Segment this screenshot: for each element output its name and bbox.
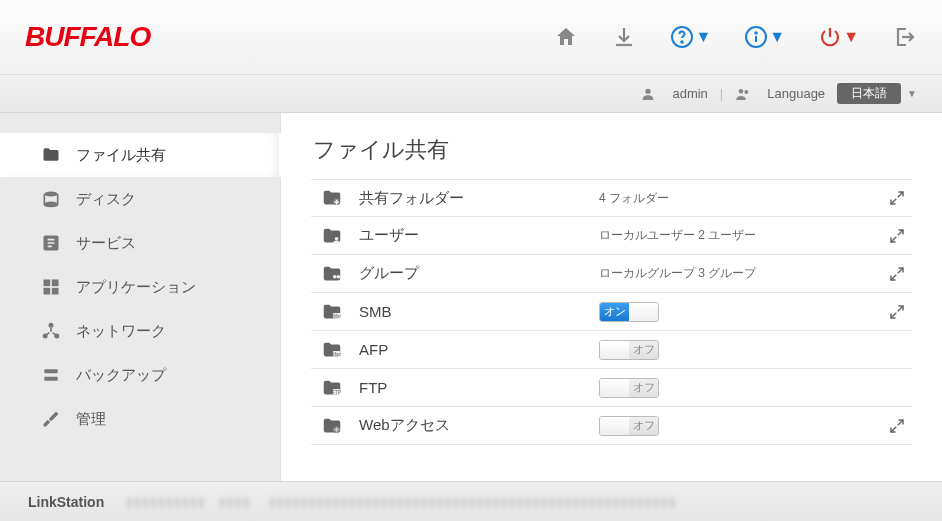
- sidebar-item-network[interactable]: ネットワーク: [0, 309, 280, 353]
- toggle-off-label: [629, 303, 658, 321]
- apps-icon: [40, 276, 62, 298]
- svg-point-8: [44, 202, 57, 207]
- username-label: admin: [672, 86, 707, 101]
- row-icon: Win: [315, 301, 349, 323]
- settings-row: MacAFPオフ: [311, 331, 912, 369]
- top-bar: BUFFALO ▼ ▼ ▼: [0, 0, 942, 75]
- svg-rect-18: [44, 377, 57, 381]
- row-icon: [315, 187, 349, 209]
- info-dropdown[interactable]: ▼: [743, 24, 785, 50]
- settings-row: Webアクセスオフ: [311, 407, 912, 445]
- expand-icon[interactable]: [882, 189, 912, 207]
- info-icon: [743, 24, 769, 50]
- logout-icon[interactable]: [891, 24, 917, 50]
- download-icon[interactable]: [611, 24, 637, 50]
- toggle-on-label: [600, 379, 629, 397]
- footer: LinkStation ▮▮▮▮▮▮▮▮▮▮ ▮▮▮▮ ▮▮▮▮▮▮▮▮▮▮▮▮…: [0, 481, 942, 521]
- toggle-switch[interactable]: オフ: [599, 340, 659, 360]
- home-icon[interactable]: [553, 24, 579, 50]
- body-area: ファイル共有 ディスク サービス アプリケーション ネットワーク: [0, 113, 942, 481]
- svg-point-4: [646, 88, 651, 93]
- svg-rect-12: [44, 288, 51, 295]
- row-status: ローカルグループ 3 グループ: [599, 265, 882, 282]
- row-icon: Mac: [315, 339, 349, 361]
- language-label: Language: [767, 86, 825, 101]
- row-icon: [315, 415, 349, 437]
- toggle-on-label: [600, 417, 629, 435]
- expand-icon[interactable]: [882, 417, 912, 435]
- settings-row: ユーザーローカルユーザー 2 ユーザー: [311, 217, 912, 255]
- row-label: AFP: [349, 341, 599, 358]
- svg-point-3: [756, 32, 758, 34]
- toggle-switch[interactable]: オフ: [599, 416, 659, 436]
- chevron-down-icon: ▼: [769, 28, 785, 46]
- svg-text:Mac: Mac: [332, 351, 341, 356]
- settings-row: WinSMBオン: [311, 293, 912, 331]
- row-label: ユーザー: [349, 226, 599, 245]
- power-dropdown[interactable]: ▼: [817, 24, 859, 50]
- brand-logo: BUFFALO: [25, 21, 150, 53]
- row-label: SMB: [349, 303, 599, 320]
- row-status: オフ: [599, 378, 882, 398]
- power-icon: [817, 24, 843, 50]
- svg-point-7: [44, 192, 57, 197]
- row-status: 4 フォルダー: [599, 190, 882, 207]
- sidebar-item-applications[interactable]: アプリケーション: [0, 265, 280, 309]
- row-label: 共有フォルダー: [349, 189, 599, 208]
- language-value: 日本語: [837, 83, 901, 104]
- expand-icon[interactable]: [882, 227, 912, 245]
- expand-icon[interactable]: [882, 303, 912, 321]
- disk-icon: [40, 188, 62, 210]
- sidebar-item-backup[interactable]: バックアップ: [0, 353, 280, 397]
- settings-row: グループローカルグループ 3 グループ: [311, 255, 912, 293]
- svg-point-5: [739, 89, 744, 94]
- footer-brand: LinkStation: [28, 494, 104, 510]
- svg-text:FTP: FTP: [332, 389, 341, 394]
- help-dropdown[interactable]: ▼: [669, 24, 711, 50]
- backup-icon: [40, 364, 62, 386]
- row-status: オフ: [599, 416, 882, 436]
- folder-icon: [40, 144, 62, 166]
- chevron-down-icon: ▼: [843, 28, 859, 46]
- svg-point-14: [49, 323, 54, 328]
- row-icon: [315, 225, 349, 247]
- sidebar-item-label: ネットワーク: [76, 322, 166, 341]
- toggle-off-label: オフ: [629, 341, 658, 359]
- footer-info-blurred: ▮▮▮▮▮▮▮▮▮▮ ▮▮▮▮ ▮▮▮▮▮▮▮▮▮▮▮▮▮▮▮▮▮▮▮▮▮▮▮▮…: [126, 495, 676, 509]
- svg-rect-11: [52, 280, 59, 287]
- svg-point-22: [337, 274, 341, 278]
- svg-text:Win: Win: [333, 313, 341, 318]
- row-status: オフ: [599, 340, 882, 360]
- settings-row: 共有フォルダー4 フォルダー: [311, 179, 912, 217]
- toggle-switch[interactable]: オフ: [599, 378, 659, 398]
- svg-point-6: [745, 90, 749, 94]
- row-status: ローカルユーザー 2 ユーザー: [599, 227, 882, 244]
- row-icon: [315, 263, 349, 285]
- expand-icon[interactable]: [882, 265, 912, 283]
- row-label: Webアクセス: [349, 416, 599, 435]
- chevron-down-icon: ▼: [695, 28, 711, 46]
- svg-rect-13: [52, 288, 59, 295]
- topbar-icon-group: ▼ ▼ ▼: [553, 24, 917, 50]
- page-title: ファイル共有: [311, 135, 912, 165]
- user-icon: [640, 86, 656, 102]
- svg-point-1: [682, 41, 684, 43]
- chevron-down-icon: ▼: [907, 88, 917, 99]
- help-icon: [669, 24, 695, 50]
- sub-header: admin | Language 日本語 ▼: [0, 75, 942, 113]
- sidebar-item-file-sharing[interactable]: ファイル共有: [0, 133, 280, 177]
- sidebar-item-label: アプリケーション: [76, 278, 196, 297]
- sidebar-item-admin[interactable]: 管理: [0, 397, 280, 441]
- toggle-on-label: [600, 341, 629, 359]
- row-label: グループ: [349, 264, 599, 283]
- row-icon: FTP: [315, 377, 349, 399]
- sidebar-item-label: ディスク: [76, 190, 136, 209]
- main-panel: ファイル共有 共有フォルダー4 フォルダーユーザーローカルユーザー 2 ユーザー…: [280, 113, 942, 481]
- toggle-switch[interactable]: オン: [599, 302, 659, 322]
- sidebar-item-disk[interactable]: ディスク: [0, 177, 280, 221]
- svg-rect-17: [44, 369, 57, 373]
- language-selector[interactable]: 日本語 ▼: [837, 83, 917, 104]
- svg-rect-10: [44, 280, 51, 287]
- svg-point-20: [335, 236, 339, 240]
- sidebar-item-services[interactable]: サービス: [0, 221, 280, 265]
